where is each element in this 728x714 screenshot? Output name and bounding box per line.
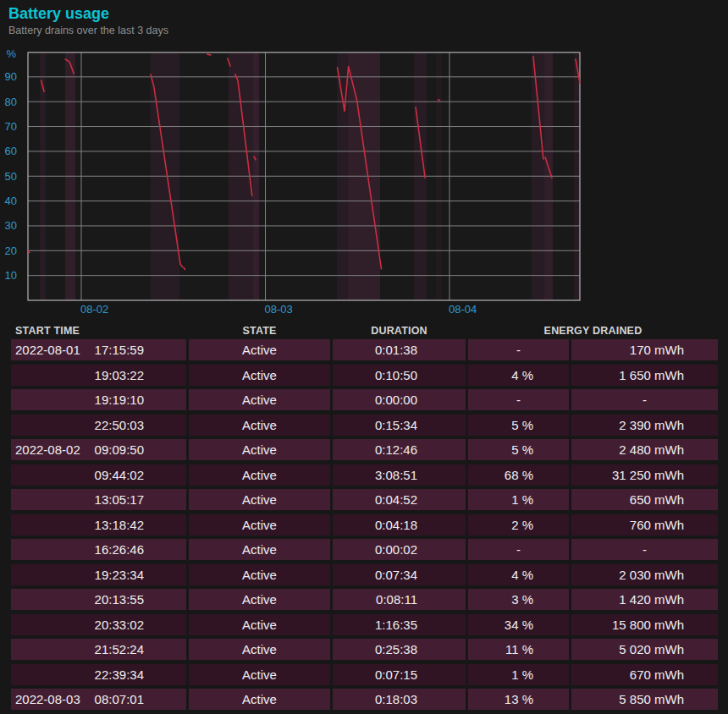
start-time-cell: 19:23:34	[11, 564, 186, 585]
start-time: 13:18:42	[95, 514, 144, 536]
battery-usage-panel: Battery usage Battery drains over the la…	[0, 0, 728, 714]
table-row[interactable]: 13:18:42 Active 0:04:18 2 % 760 mWh	[11, 514, 718, 536]
y-axis-tick-label: 40	[5, 195, 17, 207]
duration-cell: 0:00:00	[333, 389, 466, 410]
battery-drain-trace	[438, 100, 440, 101]
energy-drained-cell: 2 480 mWh	[571, 439, 718, 460]
state-cell: Active	[189, 339, 330, 360]
y-axis-tick-label: 50	[5, 170, 17, 183]
percent-drained-cell: -	[468, 389, 569, 410]
energy-drained-cell: 15 800 mWh	[571, 614, 718, 635]
table-row[interactable]: 19:23:34 Active 0:07:34 4 % 2 030 mWh	[11, 564, 718, 585]
energy-drained-cell: 760 mWh	[571, 514, 718, 536]
x-axis-tick-label: 08-02	[80, 303, 108, 316]
start-time-cell: 16:26:46	[11, 539, 186, 560]
start-time-cell: 13:18:42	[11, 514, 186, 536]
state-cell: Active	[189, 639, 330, 660]
start-time: 09:09:50	[95, 439, 144, 460]
start-time-cell: 2022-08-01 17:15:59	[11, 339, 186, 360]
table-header: START TIME STATE DURATION ENERGY DRAINED	[11, 324, 718, 338]
table-row[interactable]: 22:39:34 Active 0:07:15 1 % 670 mWh	[11, 664, 718, 685]
start-time: 20:33:02	[95, 614, 144, 635]
state-cell: Active	[189, 464, 330, 486]
start-time: 20:13:55	[95, 589, 144, 610]
start-time: 13:05:17	[95, 489, 144, 510]
table-row[interactable]: 20:33:02 Active 1:16:35 34 % 15 800 mWh	[11, 614, 718, 635]
percent-drained-cell: 4 %	[468, 564, 569, 585]
duration-cell: 0:25:38	[333, 639, 466, 660]
table-row[interactable]: 13:05:17 Active 0:04:52 1 % 650 mWh	[11, 489, 718, 510]
y-axis-tick-label: 80	[5, 96, 17, 108]
energy-drained-cell: 170 mWh	[571, 339, 718, 360]
y-axis-tick-label: 20	[5, 244, 17, 257]
energy-drained-cell: 670 mWh	[571, 664, 718, 685]
state-cell: Active	[189, 389, 330, 410]
percent-drained-cell: 1 %	[468, 489, 569, 510]
start-date: 2022-08-01	[15, 339, 80, 360]
start-time: 19:23:34	[95, 564, 144, 585]
percent-drained-cell: 34 %	[468, 614, 569, 635]
page-title: Battery usage	[8, 5, 109, 23]
start-time-cell: 19:19:10	[11, 389, 186, 410]
duration-cell: 0:15:34	[333, 415, 466, 436]
start-time-cell: 22:39:34	[11, 664, 186, 685]
start-time: 19:03:22	[95, 365, 144, 386]
table-row[interactable]: 21:52:24 Active 0:25:38 11 % 5 020 mWh	[11, 639, 718, 660]
table-row[interactable]: 22:50:03 Active 0:15:34 5 % 2 390 mWh	[11, 415, 718, 436]
table-row[interactable]: 2022-08-01 17:15:59 Active 0:01:38 - 170…	[11, 339, 718, 360]
percent-drained-cell: -	[468, 539, 569, 560]
duration-cell: 0:10:50	[333, 365, 466, 386]
state-cell: Active	[189, 439, 330, 460]
y-axis-tick-label: 30	[5, 219, 17, 232]
start-time: 09:44:02	[95, 464, 144, 486]
percent-drained-cell: 13 %	[468, 689, 569, 710]
table-row[interactable]: 19:03:22 Active 0:10:50 4 % 1 650 mWh	[11, 365, 718, 386]
duration-cell: 0:08:11	[333, 589, 466, 610]
start-time: 17:15:59	[95, 339, 144, 360]
duration-cell: 0:04:52	[333, 489, 466, 510]
duration-cell: 0:12:46	[333, 439, 466, 460]
state-cell: Active	[189, 564, 330, 585]
percent-drained-cell: 68 %	[468, 464, 569, 486]
energy-drained-cell: 1 420 mWh	[571, 589, 718, 610]
start-time-cell: 19:03:22	[11, 365, 186, 386]
start-time: 08:07:01	[95, 689, 144, 710]
start-time-cell: 20:33:02	[11, 614, 186, 635]
state-cell: Active	[189, 664, 330, 685]
y-axis-tick-label: 70	[5, 120, 17, 133]
table-row[interactable]: 2022-08-03 08:07:01 Active 0:18:03 13 % …	[11, 689, 718, 710]
table-row[interactable]: 20:13:55 Active 0:08:11 3 % 1 420 mWh	[11, 589, 718, 610]
state-cell: Active	[189, 689, 330, 710]
percent-drained-cell: 2 %	[468, 514, 569, 536]
energy-drained-cell: 5 020 mWh	[571, 639, 718, 660]
battery-drain-chart: 908070605040302010%08-0208-0308-04	[0, 47, 728, 321]
energy-drained-cell: 2 390 mWh	[571, 415, 718, 436]
start-time-cell: 2022-08-03 08:07:01	[11, 689, 186, 710]
duration-cell: 0:07:15	[333, 664, 466, 685]
start-time-cell: 2022-08-02 09:09:50	[11, 439, 186, 460]
energy-drained-cell: 650 mWh	[571, 489, 718, 510]
table-row[interactable]: 19:19:10 Active 0:00:00 - -	[11, 389, 718, 410]
start-time: 22:50:03	[95, 415, 144, 436]
column-header-duration: DURATION	[333, 324, 466, 338]
column-header-state: STATE	[189, 324, 330, 338]
duration-cell: 0:00:02	[333, 539, 466, 560]
table-row[interactable]: 16:26:46 Active 0:00:02 - -	[11, 539, 718, 560]
percent-drained-cell: 4 %	[468, 365, 569, 386]
state-cell: Active	[189, 365, 330, 386]
percent-drained-cell: 1 %	[468, 664, 569, 685]
start-date: 2022-08-02	[15, 439, 80, 460]
energy-drained-cell: -	[571, 539, 718, 560]
percent-drained-cell: -	[468, 339, 569, 360]
percent-drained-cell: 5 %	[468, 415, 569, 436]
start-date: 2022-08-03	[15, 689, 80, 710]
y-axis-unit-label: %	[6, 47, 16, 60]
y-axis-tick-label: 60	[5, 145, 17, 157]
energy-drained-cell: 2 030 mWh	[571, 564, 718, 585]
duration-cell: 3:08:51	[333, 464, 466, 486]
battery-events-table: 2022-08-01 17:15:59 Active 0:01:38 - 170…	[11, 339, 718, 714]
table-row[interactable]: 2022-08-02 09:09:50 Active 0:12:46 5 % 2…	[11, 439, 718, 460]
page-subtitle: Battery drains over the last 3 days	[8, 25, 168, 36]
table-row[interactable]: 09:44:02 Active 3:08:51 68 % 31 250 mWh	[11, 464, 718, 486]
energy-drained-cell: 1 650 mWh	[571, 365, 718, 386]
